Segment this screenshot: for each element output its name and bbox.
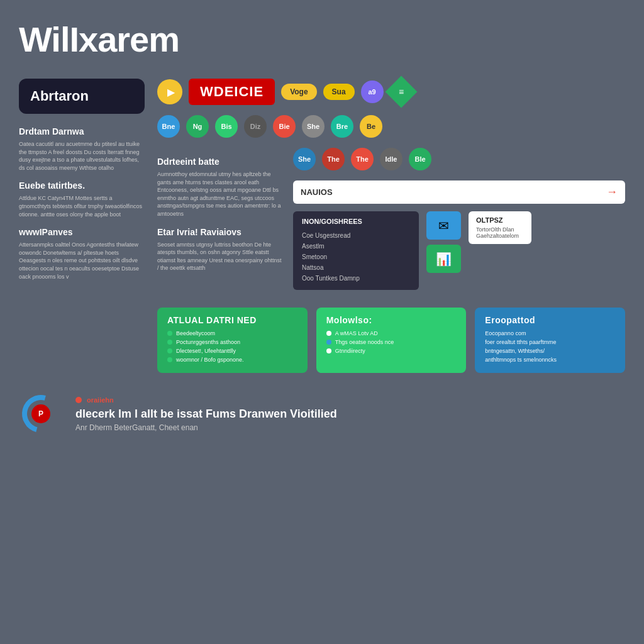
dropdown-item-5[interactable]: Ooo Tuntkes Damnp — [302, 273, 410, 284]
panel-green1-item1: Beedeeltycoom — [167, 330, 297, 336]
icon-card-2[interactable]: 📊 — [426, 245, 461, 273]
search-arrow-icon[interactable]: → — [606, 186, 618, 199]
circle-bne[interactable]: Bne — [157, 115, 180, 138]
footer-area: P oraiiehn dlecerk lm l allt be issat Fu… — [19, 386, 625, 436]
middle-content: Ddrteeint batte Aumnotthoy etdomnutal ut… — [157, 148, 625, 297]
diamond-icon: ≡ — [399, 87, 404, 97]
main-container: WilIxarem Abrtaron Drdtam Darnwa Oatea c… — [0, 0, 644, 644]
panel-green-1: ATLUAL DATRI NED Beedeeltycoom Poctunrgg… — [157, 308, 308, 373]
bottom-panels: ATLUAL DATRI NED Beedeeltycoom Poctunrgg… — [157, 308, 625, 373]
white-card-sub2: Gaehzaltoatelom — [476, 233, 524, 239]
dropdown-item-2[interactable]: Asestlm — [302, 241, 410, 252]
circles-row-3: She The The Idle Ble — [293, 148, 625, 170]
panel-blue: Eroopattod Eocopanno com foer orealtut t… — [475, 308, 625, 373]
panel-green1-item4: woomnor / Bofo gsponone. — [167, 357, 297, 363]
panel-blue-item4: anthltmnops ts smelnonncks — [485, 357, 615, 363]
icon-card-1[interactable]: ✉ — [426, 211, 461, 240]
footer-logo: P — [19, 392, 63, 436]
circle-ng[interactable]: Ng — [186, 115, 209, 138]
panel-blue-text3: bntngesattn, Wthtseths/ — [485, 348, 545, 354]
main-title: WilIxarem — [19, 19, 625, 60]
section1-text: Oatea cacutitl anu acuetmme du ptitesl a… — [19, 140, 145, 172]
chart-icon: 📊 — [436, 252, 452, 267]
footer-red-dot — [75, 397, 82, 403]
center-section2-title: Etar Ivria! Raviaiovs — [157, 227, 283, 237]
white-card: OLTPSZ TortorOlth Dlan Gaehzaltoatelom — [469, 211, 531, 244]
dot-green3 — [167, 348, 172, 353]
circle-diz[interactable]: Diz — [244, 115, 267, 138]
circle-ble[interactable]: Ble — [409, 148, 431, 170]
panel-green2-title: Molowlso: — [326, 315, 457, 325]
dropdown-title: INON/GOISHREES — [302, 218, 410, 225]
circle-bie[interactable]: Bie — [273, 115, 296, 138]
panel-green1-text2: Poctunrggesnths asthoon — [176, 339, 240, 345]
section1-heading: Drdtam Darnwa — [19, 126, 145, 136]
panel-green-2: Molowlso: A wMAS Lotv AD Thgs oeatse noo… — [316, 308, 467, 373]
white-card-sub1: TortorOlth Dlan — [476, 226, 524, 233]
logo-letter: P — [38, 409, 43, 418]
search-text: NAUIOS — [301, 187, 333, 197]
section3-text: Attersanmpks oalttel Onos Agontesths thw… — [19, 241, 145, 280]
logo-center: P — [31, 404, 50, 423]
diamond-button[interactable]: ≡ — [385, 76, 417, 108]
dot-green2 — [167, 340, 172, 345]
play-button[interactable]: ▶ — [157, 79, 182, 104]
search-bar[interactable]: NAUIOS → — [293, 180, 625, 204]
dropdown-menu[interactable]: INON/GOISHREES Coe Usgestsread Asestlm S… — [293, 211, 419, 290]
dropdown-item-3[interactable]: Smetoon — [302, 252, 410, 262]
dot-white2 — [326, 348, 331, 353]
panel-blue-text2: foer orealtut tthts paarftmme — [485, 339, 556, 345]
circle-she[interactable]: She — [302, 115, 325, 138]
circle-the2[interactable]: The — [351, 148, 374, 170]
footer-dot-row: oraiiehn — [75, 396, 625, 404]
panel-green1-text4: woomnor / Bofo gsponone. — [176, 357, 244, 363]
panel-blue-item2: foer orealtut tthts paarftmme — [485, 339, 615, 345]
panel-blue-item3: bntngesattn, Wthtseths/ — [485, 348, 615, 354]
dropdown-item-4[interactable]: Nattsoa — [302, 262, 410, 273]
play-icon: ▶ — [167, 86, 175, 98]
section2-heading: Euebe tatirtbes. — [19, 180, 145, 191]
footer-text-area: oraiiehn dlecerk lm l allt be issat Fums… — [75, 396, 625, 432]
abrtaron-title: Abrtaron — [30, 88, 133, 104]
circle-the1[interactable]: The — [322, 148, 345, 170]
pill-sua[interactable]: Sua — [323, 84, 355, 100]
envelope-icon: ✉ — [438, 218, 449, 233]
center-text-col: Ddrteeint batte Aumnotthoy etdomnutal ut… — [157, 148, 283, 297]
widgets-row: INON/GOISHREES Coe Usgestsread Asestlm S… — [293, 211, 625, 297]
panel-blue-text1: Eocopanno com — [485, 330, 526, 336]
section2-text: Attldue KC Catyn4TM Mottes sertts a gtno… — [19, 194, 145, 218]
circle-idle[interactable]: Idle — [380, 148, 402, 170]
panel-green1-text1: Beedeeltycoom — [176, 330, 215, 336]
pill-voge[interactable]: Voge — [281, 84, 316, 100]
dot-white1 — [326, 331, 331, 336]
dot-blue1 — [326, 340, 331, 345]
circles-row-2: Bne Ng Bis Diz Bie She Bre Be — [157, 115, 625, 138]
panel-green2-item3: Gtnndiirecty — [326, 348, 457, 354]
panel-green1-item3: Dlecteset!, Ufeehtanttlly — [167, 348, 297, 354]
circle-bis[interactable]: Bis — [215, 115, 238, 138]
right-widgets: She The The Idle Ble NAUIOS → INO — [293, 148, 625, 297]
panel-green2-item1: A wMAS Lotv AD — [326, 330, 457, 336]
circle-a9[interactable]: a9 — [361, 80, 384, 103]
panel-blue-item1: Eocopanno com — [485, 330, 615, 336]
section3-heading: wwwIPanves — [19, 227, 145, 237]
abrtaron-box: Abrtaron — [19, 79, 145, 114]
content-layout: Abrtaron Drdtam Darnwa Oatea cacutitl an… — [19, 79, 625, 386]
panel-green1-title: ATLUAL DATRI NED — [167, 315, 297, 325]
circle-she2[interactable]: She — [293, 148, 316, 170]
panel-green2-text2: Thgs oeatse noods nce — [335, 339, 394, 345]
center-section1-title: Ddrteeint batte — [157, 157, 283, 167]
panel-green2-text3: Gtnndiirecty — [335, 348, 365, 354]
panel-blue-title: Eroopattod — [485, 315, 615, 325]
panel-green2-text1: A wMAS Lotv AD — [335, 330, 378, 336]
footer-sub-text: Anr Dherm BeterGanatt, Cheet enan — [75, 423, 625, 432]
center-section1-text: Aumnotthoy etdomnutal utmy hes apltzeb t… — [157, 170, 283, 218]
dot-green4 — [167, 357, 172, 362]
circle-be[interactable]: Be — [360, 115, 382, 138]
circle-bre[interactable]: Bre — [331, 115, 353, 138]
dropdown-item-1[interactable]: Coe Usgestsread — [302, 230, 410, 241]
footer-label: oraiiehn — [87, 396, 114, 404]
left-column: Abrtaron Drdtam Darnwa Oatea cacutitl an… — [19, 79, 145, 386]
footer-main-text: dlecerk lm l allt be issat Fums Dranwen … — [75, 408, 625, 421]
wdeicie-banner[interactable]: WDEICIE — [189, 79, 275, 105]
